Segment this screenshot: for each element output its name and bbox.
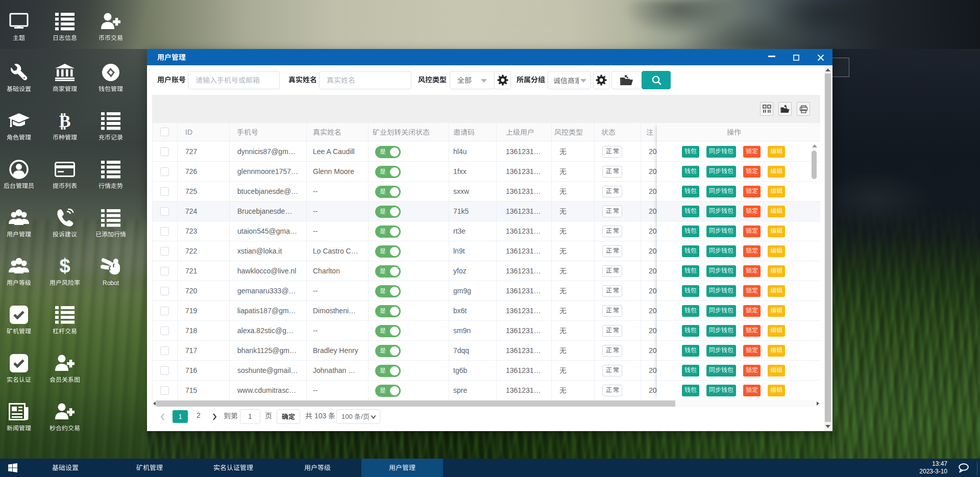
svg-text:₿: ₿	[59, 112, 71, 131]
svg-text:$: $	[59, 256, 70, 277]
